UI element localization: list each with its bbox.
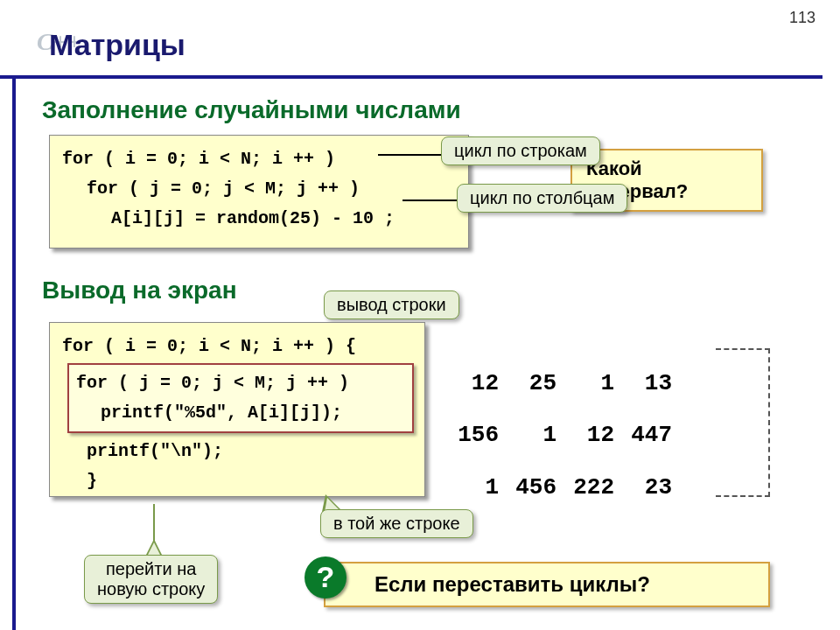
cell: 1 [508, 410, 564, 460]
code-line: printf("%5d", A[i][j]); [76, 398, 405, 428]
cell: 1 [565, 359, 621, 409]
code-line: for ( i = 0; i < N; i ++ ) { [62, 332, 412, 361]
code-line: for ( i = 0; i < N; i ++ ) [62, 144, 456, 174]
page-title: Матрицы [49, 28, 186, 62]
output-table: 12 25 1 13 156 1 12 447 1 456 222 23 [448, 357, 681, 514]
code-line: for ( j = 0; j < M; j ++ ) [76, 368, 405, 398]
table-row: 12 25 1 13 [450, 359, 679, 409]
title-underline [0, 75, 822, 79]
question-swap-loops: Если переставить циклы? [324, 562, 770, 607]
question-mark-icon: ? [304, 556, 346, 598]
cell: 447 [623, 410, 679, 460]
cell: 1 [450, 463, 506, 513]
callout-stem [153, 504, 155, 542]
table-row: 156 1 12 447 [450, 410, 679, 460]
page-number: 113 [789, 9, 816, 27]
table-row: 1 456 222 23 [450, 463, 679, 513]
cell: 12 [565, 410, 621, 460]
cell: 23 [623, 463, 679, 513]
section-output: Вывод на экран [42, 276, 237, 304]
inner-code-box: for ( j = 0; j < M; j ++ ) printf("%5d",… [67, 363, 414, 433]
cell: 156 [450, 410, 506, 460]
code-line: A[i][j] = random(25) - 10 ; [62, 204, 456, 234]
section-fill-random: Заполнение случайными числами [42, 96, 461, 124]
cell: 222 [565, 463, 621, 513]
cell: 25 [508, 359, 564, 409]
connector-line [378, 154, 441, 156]
code-block-print: for ( i = 0; i < N; i ++ ) { for ( j = 0… [49, 322, 425, 497]
cell: 456 [508, 463, 564, 513]
cell: 12 [450, 359, 506, 409]
callout-rows-loop: цикл по строкам [441, 136, 600, 165]
code-line: } [62, 466, 412, 496]
callout-newline: перейти на новую строку [84, 555, 218, 604]
cell: 13 [623, 359, 679, 409]
callout-output-row: вывод строки [324, 290, 459, 319]
code-line: for ( j = 0; j < M; j ++ ) [62, 174, 456, 204]
code-block-fill: for ( i = 0; i < N; i ++ ) for ( j = 0; … [49, 135, 469, 248]
code-line: printf("\n"); [62, 437, 412, 466]
left-bar [12, 75, 16, 630]
connector-line [402, 200, 458, 201]
callout-cols-loop: цикл по столбцам [457, 184, 627, 213]
format-width-highlight [716, 348, 770, 497]
